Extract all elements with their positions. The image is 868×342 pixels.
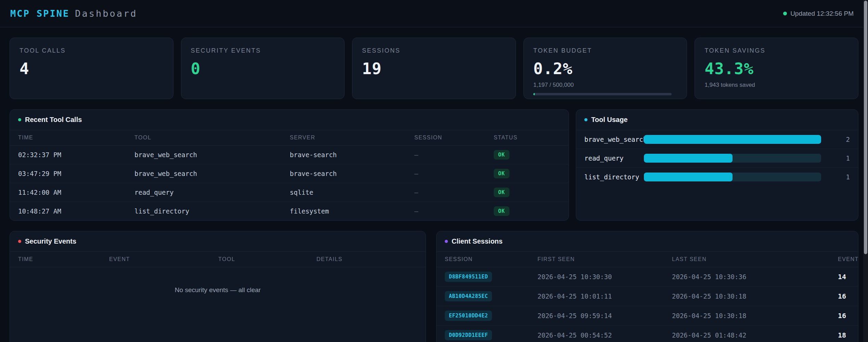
cell-status: OK (494, 150, 560, 160)
cell-tool: brave_web_search (134, 170, 290, 177)
cell-last-seen: 2026-04-25 10:30:36 (672, 273, 838, 281)
panel-title: Recent Tool Calls (25, 116, 82, 124)
stat-value: 0.2% (533, 59, 677, 78)
col-tool: TOOL (218, 256, 316, 262)
session-id-badge[interactable]: AB10D4A285EC (445, 291, 492, 301)
col-server: SERVER (290, 135, 414, 141)
security-events-header: Security Events (10, 231, 426, 252)
cell-status: OK (494, 169, 560, 178)
client-sessions-column-headers: SESSION FIRST SEEN LAST SEEN EVENTS (437, 252, 858, 267)
cell-last-seen: 2026-04-25 10:30:18 (672, 292, 838, 300)
stat-label: SECURITY EVENTS (191, 47, 335, 54)
status-badge: OK (494, 169, 509, 178)
cell-time: 02:32:37 PM (18, 151, 134, 159)
middle-panels-row: Recent Tool Calls TIME TOOL SERVER SESSI… (10, 109, 858, 221)
panel-title: Tool Usage (591, 116, 627, 124)
cell-tool: read_query (134, 189, 290, 196)
usage-bar (644, 154, 821, 163)
panel-dot-icon (18, 240, 21, 243)
token-savings-detail: 1,943 tokens saved (704, 82, 848, 88)
recent-tool-calls-panel: Recent Tool Calls TIME TOOL SERVER SESSI… (10, 109, 569, 221)
cell-server: brave-search (290, 151, 414, 159)
usage-row: brave_web_search 2 (576, 130, 858, 149)
stat-card-token-savings: TOKEN SAVINGS 43.3% 1,943 tokens saved (695, 38, 858, 99)
recent-tool-calls-column-headers: TIME TOOL SERVER SESSION STATUS (10, 130, 569, 146)
cell-status: OK (494, 188, 560, 197)
stat-value: 19 (362, 59, 506, 78)
cell-status: OK (494, 206, 560, 216)
col-details: DETAILS (316, 256, 417, 262)
panel-dot-icon (18, 118, 21, 121)
stat-label: TOKEN SAVINGS (704, 47, 848, 54)
empty-state-message: No security events — all clear (10, 267, 426, 313)
col-status: STATUS (494, 135, 560, 141)
cell-session: D8BF849511ED (445, 272, 537, 282)
token-budget-progressbar (533, 93, 672, 95)
session-id-badge[interactable]: D8BF849511ED (445, 272, 492, 282)
usage-row: read_query 1 (576, 149, 858, 168)
col-last-seen: LAST SEEN (672, 256, 838, 262)
col-tool: TOOL (134, 135, 290, 141)
cell-session: — (414, 207, 494, 215)
col-first-seen: FIRST SEEN (537, 256, 672, 262)
stat-card-security-events: SECURITY EVENTS 0 (181, 38, 345, 99)
col-time: TIME (18, 135, 134, 141)
cell-tool: brave_web_search (134, 151, 290, 159)
col-events: EVENTS (838, 256, 858, 262)
cell-first-seen: 2026-04-25 00:54:52 (537, 331, 672, 339)
stat-label: TOKEN BUDGET (533, 47, 677, 54)
recent-tool-calls-header: Recent Tool Calls (10, 110, 569, 130)
col-event: EVENT (109, 256, 218, 262)
usage-label: brave_web_search (584, 136, 639, 143)
usage-label: read_query (584, 154, 639, 162)
table-row: D0D92DD1EEEF 2026-04-25 00:54:52 2026-04… (437, 326, 858, 342)
usage-bar (644, 135, 821, 144)
usage-label: list_directory (584, 173, 639, 181)
usage-bar-fill (644, 135, 821, 144)
app-header: MCP SPINE Dashboard Updated 12:32:56 PM (0, 0, 868, 27)
token-budget-detail: 1,197 / 500,000 (533, 82, 677, 88)
col-time: TIME (18, 256, 109, 262)
usage-bar (644, 173, 821, 181)
status-badge: OK (494, 188, 509, 197)
panel-title: Security Events (25, 237, 76, 245)
cell-session: — (414, 189, 494, 196)
panel-title: Client Sessions (452, 237, 503, 245)
cell-time: 11:42:00 AM (18, 189, 134, 196)
token-budget-progress-fill (533, 93, 535, 95)
cell-last-seen: 2026-04-25 01:48:42 (672, 331, 838, 339)
cell-server: brave-search (290, 170, 414, 177)
usage-bar-fill (644, 154, 733, 163)
stat-card-tool-calls: TOOL CALLS 4 (10, 38, 173, 99)
usage-row: list_directory 1 (576, 168, 858, 186)
col-session: SESSION (414, 135, 494, 141)
table-row: 11:42:00 AM read_query sqlite — OK (10, 183, 569, 202)
usage-count: 1 (826, 154, 850, 162)
cell-last-seen: 2026-04-25 10:30:18 (672, 312, 838, 319)
table-row: 02:32:37 PM brave_web_search brave-searc… (10, 146, 569, 164)
security-events-panel: Security Events TIME EVENT TOOL DETAILS … (10, 231, 426, 342)
cell-first-seen: 2026-04-25 10:30:30 (537, 273, 672, 281)
usage-count: 1 (826, 173, 850, 181)
table-row: D8BF849511ED 2026-04-25 10:30:30 2026-04… (437, 267, 858, 287)
cell-time: 03:47:29 PM (18, 170, 134, 177)
cell-time: 10:48:27 AM (18, 207, 134, 215)
brand-name: MCP SPINE (10, 8, 69, 19)
session-id-badge[interactable]: D0D92DD1EEEF (445, 330, 492, 340)
dashboard-body: TOOL CALLS 4 SECURITY EVENTS 0 SESSIONS … (0, 27, 868, 342)
session-id-badge[interactable]: EF25010DD4E2 (445, 311, 492, 321)
scrollbar-thumb[interactable] (864, 1, 867, 254)
stat-card-sessions: SESSIONS 19 (352, 38, 516, 99)
usage-count: 2 (826, 136, 850, 143)
status-badge: OK (494, 206, 509, 216)
table-row: AB10D4A285EC 2026-04-25 10:01:11 2026-04… (437, 287, 858, 306)
cell-events: 14 (838, 273, 850, 281)
bottom-panels-row: Security Events TIME EVENT TOOL DETAILS … (10, 231, 858, 342)
cell-server: sqlite (290, 189, 414, 196)
stat-value: 0 (191, 59, 335, 78)
cell-first-seen: 2026-04-25 09:59:14 (537, 312, 672, 319)
cell-first-seen: 2026-04-25 10:01:11 (537, 292, 672, 300)
cell-events: 16 (838, 312, 850, 320)
stat-card-token-budget: TOKEN BUDGET 0.2% 1,197 / 500,000 (523, 38, 687, 99)
vertical-scrollbar[interactable] (863, 0, 868, 342)
